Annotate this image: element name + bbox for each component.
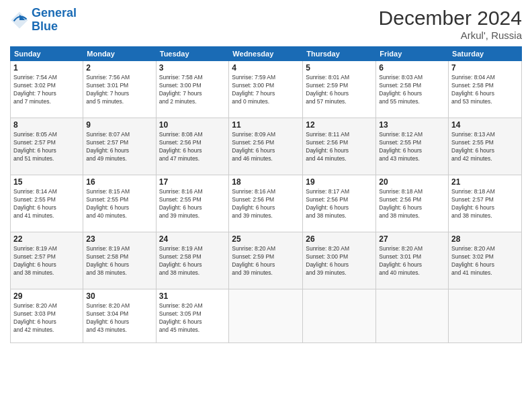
calendar-cell: 19Sunrise: 8:17 AM Sunset: 2:56 PM Dayli… (303, 175, 376, 232)
day-info: Sunrise: 8:20 AM Sunset: 3:01 PM Dayligh… (379, 245, 445, 277)
day-number: 18 (232, 177, 300, 187)
day-number: 30 (86, 291, 152, 301)
calendar-cell: 13Sunrise: 8:12 AM Sunset: 2:55 PM Dayli… (376, 118, 449, 175)
calendar-cell: 11Sunrise: 8:09 AM Sunset: 2:56 PM Dayli… (229, 118, 303, 175)
day-number: 17 (159, 177, 226, 187)
day-number: 20 (379, 177, 445, 187)
calendar-cell: 31Sunrise: 8:20 AM Sunset: 3:05 PM Dayli… (156, 289, 229, 343)
calendar-cell: 4Sunrise: 7:59 AM Sunset: 3:00 PM Daylig… (229, 61, 303, 118)
calendar-cell: 28Sunrise: 8:20 AM Sunset: 3:02 PM Dayli… (449, 232, 522, 289)
calendar-cell (449, 289, 522, 343)
day-number: 28 (451, 234, 519, 244)
calendar-cell: 3Sunrise: 7:58 AM Sunset: 3:00 PM Daylig… (156, 61, 229, 118)
calendar-cell: 16Sunrise: 8:15 AM Sunset: 2:55 PM Dayli… (83, 175, 156, 232)
logo: General Blue (10, 7, 77, 34)
day-number: 16 (86, 177, 152, 187)
calendar-cell: 12Sunrise: 8:11 AM Sunset: 2:56 PM Dayli… (303, 118, 376, 175)
subtitle: Arkul', Russia (379, 30, 522, 41)
calendar-cell: 2Sunrise: 7:56 AM Sunset: 3:01 PM Daylig… (83, 61, 156, 118)
header: General Blue December 2024 Arkul', Russi… (10, 7, 522, 41)
day-info: Sunrise: 8:18 AM Sunset: 2:57 PM Dayligh… (451, 188, 519, 220)
day-header-friday: Friday (376, 47, 449, 61)
week-row-2: 8Sunrise: 8:05 AM Sunset: 2:57 PM Daylig… (11, 118, 522, 175)
page: General Blue December 2024 Arkul', Russi… (0, 0, 532, 411)
day-header-monday: Monday (83, 47, 156, 61)
day-number: 31 (159, 291, 226, 301)
day-header-thursday: Thursday (303, 47, 376, 61)
day-info: Sunrise: 8:12 AM Sunset: 2:55 PM Dayligh… (379, 131, 445, 163)
day-info: Sunrise: 8:20 AM Sunset: 3:05 PM Dayligh… (159, 302, 226, 334)
main-title: December 2024 (379, 7, 522, 30)
day-number: 7 (451, 63, 519, 73)
day-number: 12 (306, 120, 373, 130)
calendar-cell: 14Sunrise: 8:13 AM Sunset: 2:55 PM Dayli… (449, 118, 522, 175)
day-number: 15 (13, 177, 80, 187)
calendar-cell: 18Sunrise: 8:16 AM Sunset: 2:56 PM Dayli… (229, 175, 303, 232)
day-info: Sunrise: 8:15 AM Sunset: 2:55 PM Dayligh… (86, 188, 152, 220)
calendar-cell (376, 289, 449, 343)
day-info: Sunrise: 8:16 AM Sunset: 2:56 PM Dayligh… (232, 188, 300, 220)
calendar-cell: 6Sunrise: 8:03 AM Sunset: 2:58 PM Daylig… (376, 61, 449, 118)
day-info: Sunrise: 8:04 AM Sunset: 2:58 PM Dayligh… (451, 74, 519, 106)
week-row-4: 22Sunrise: 8:19 AM Sunset: 2:57 PM Dayli… (11, 232, 522, 289)
calendar-cell: 25Sunrise: 8:20 AM Sunset: 2:59 PM Dayli… (229, 232, 303, 289)
calendar-cell: 5Sunrise: 8:01 AM Sunset: 2:59 PM Daylig… (303, 61, 376, 118)
day-number: 11 (232, 120, 300, 130)
calendar-cell: 30Sunrise: 8:20 AM Sunset: 3:04 PM Dayli… (83, 289, 156, 343)
calendar-cell: 10Sunrise: 8:08 AM Sunset: 2:56 PM Dayli… (156, 118, 229, 175)
day-number: 6 (379, 63, 445, 73)
day-number: 8 (13, 120, 80, 130)
day-number: 19 (306, 177, 373, 187)
day-info: Sunrise: 8:18 AM Sunset: 2:56 PM Dayligh… (379, 188, 445, 220)
calendar-cell: 22Sunrise: 8:19 AM Sunset: 2:57 PM Dayli… (11, 232, 83, 289)
day-info: Sunrise: 7:58 AM Sunset: 3:00 PM Dayligh… (159, 74, 226, 106)
day-info: Sunrise: 8:19 AM Sunset: 2:57 PM Dayligh… (13, 245, 80, 277)
day-number: 27 (379, 234, 445, 244)
day-number: 13 (379, 120, 445, 130)
logo-line2: Blue (32, 19, 58, 33)
day-info: Sunrise: 8:20 AM Sunset: 3:02 PM Dayligh… (451, 245, 519, 277)
calendar-cell (229, 289, 303, 343)
calendar-cell: 9Sunrise: 8:07 AM Sunset: 2:57 PM Daylig… (83, 118, 156, 175)
day-info: Sunrise: 8:03 AM Sunset: 2:58 PM Dayligh… (379, 74, 445, 106)
day-info: Sunrise: 8:20 AM Sunset: 3:03 PM Dayligh… (13, 302, 80, 334)
calendar-cell: 24Sunrise: 8:19 AM Sunset: 2:58 PM Dayli… (156, 232, 229, 289)
day-info: Sunrise: 8:17 AM Sunset: 2:56 PM Dayligh… (306, 188, 373, 220)
calendar-cell: 17Sunrise: 8:16 AM Sunset: 2:55 PM Dayli… (156, 175, 229, 232)
day-info: Sunrise: 8:09 AM Sunset: 2:56 PM Dayligh… (232, 131, 300, 163)
day-number: 10 (159, 120, 226, 130)
day-info: Sunrise: 8:07 AM Sunset: 2:57 PM Dayligh… (86, 131, 152, 163)
day-number: 9 (86, 120, 152, 130)
day-info: Sunrise: 7:56 AM Sunset: 3:01 PM Dayligh… (86, 74, 152, 106)
calendar-cell: 8Sunrise: 8:05 AM Sunset: 2:57 PM Daylig… (11, 118, 83, 175)
logo-text: General Blue (32, 7, 77, 34)
day-number: 21 (451, 177, 519, 187)
calendar-cell: 23Sunrise: 8:19 AM Sunset: 2:58 PM Dayli… (83, 232, 156, 289)
day-header-tuesday: Tuesday (156, 47, 229, 61)
calendar-cell (303, 289, 376, 343)
day-info: Sunrise: 8:11 AM Sunset: 2:56 PM Dayligh… (306, 131, 373, 163)
day-info: Sunrise: 8:20 AM Sunset: 3:04 PM Dayligh… (86, 302, 152, 334)
day-number: 4 (232, 63, 300, 73)
day-header-saturday: Saturday (449, 47, 522, 61)
calendar-cell: 7Sunrise: 8:04 AM Sunset: 2:58 PM Daylig… (449, 61, 522, 118)
calendar-header-row: SundayMondayTuesdayWednesdayThursdayFrid… (11, 47, 522, 61)
week-row-3: 15Sunrise: 8:14 AM Sunset: 2:55 PM Dayli… (11, 175, 522, 232)
day-info: Sunrise: 7:59 AM Sunset: 3:00 PM Dayligh… (232, 74, 300, 106)
day-info: Sunrise: 8:20 AM Sunset: 2:59 PM Dayligh… (232, 245, 300, 277)
calendar-cell: 20Sunrise: 8:18 AM Sunset: 2:56 PM Dayli… (376, 175, 449, 232)
day-number: 2 (86, 63, 152, 73)
week-row-5: 29Sunrise: 8:20 AM Sunset: 3:03 PM Dayli… (11, 289, 522, 343)
day-info: Sunrise: 8:01 AM Sunset: 2:59 PM Dayligh… (306, 74, 373, 106)
day-info: Sunrise: 8:08 AM Sunset: 2:56 PM Dayligh… (159, 131, 226, 163)
calendar-cell: 27Sunrise: 8:20 AM Sunset: 3:01 PM Dayli… (376, 232, 449, 289)
day-number: 22 (13, 234, 80, 244)
day-info: Sunrise: 8:19 AM Sunset: 2:58 PM Dayligh… (159, 245, 226, 277)
day-number: 25 (232, 234, 300, 244)
day-info: Sunrise: 8:13 AM Sunset: 2:55 PM Dayligh… (451, 131, 519, 163)
day-info: Sunrise: 8:05 AM Sunset: 2:57 PM Dayligh… (13, 131, 80, 163)
day-info: Sunrise: 8:20 AM Sunset: 3:00 PM Dayligh… (306, 245, 373, 277)
week-row-1: 1Sunrise: 7:54 AM Sunset: 3:02 PM Daylig… (11, 61, 522, 118)
day-number: 29 (13, 291, 80, 301)
logo-icon (10, 11, 29, 30)
